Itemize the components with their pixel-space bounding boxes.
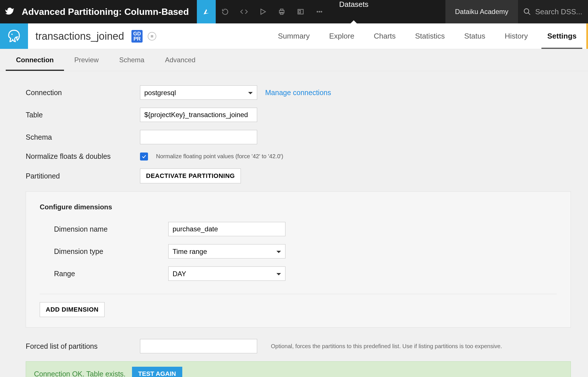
dataset-badges: GD PR bbox=[124, 23, 156, 49]
label-normalize: Normalize floats & doubles bbox=[26, 152, 140, 161]
settings-subtabs: Connection Preview Schema Advanced bbox=[0, 49, 588, 71]
label-schema: Schema bbox=[26, 133, 140, 141]
svg-point-5 bbox=[317, 11, 318, 12]
connection-form: Connection postgresql Manage connections… bbox=[0, 71, 588, 377]
flow-icon[interactable] bbox=[197, 0, 216, 23]
label-forced-list: Forced list of partitions bbox=[26, 342, 140, 350]
svg-rect-2 bbox=[280, 12, 283, 14]
label-dim-type: Dimension type bbox=[54, 247, 168, 256]
forced-list-input[interactable] bbox=[140, 339, 257, 353]
tab-summary[interactable]: Summary bbox=[268, 23, 319, 49]
dataset-name[interactable]: transactions_joined bbox=[28, 23, 124, 49]
datasets-label: Datasets bbox=[329, 0, 379, 9]
tab-statistics[interactable]: Statistics bbox=[405, 23, 455, 49]
status-text: Connection OK. Table exists. bbox=[34, 370, 126, 377]
tab-explore[interactable]: Explore bbox=[319, 23, 364, 49]
subtab-connection[interactable]: Connection bbox=[6, 49, 64, 71]
deactivate-partitioning-button[interactable]: DEACTIVATE PARTITIONING bbox=[140, 169, 241, 183]
accent-bar bbox=[586, 23, 588, 49]
dashboard-icon[interactable] bbox=[291, 0, 310, 23]
play-icon[interactable] bbox=[253, 0, 272, 23]
test-again-button[interactable]: TEST AGAIN bbox=[132, 367, 182, 377]
print-icon[interactable] bbox=[272, 0, 291, 23]
svg-rect-4 bbox=[299, 10, 301, 13]
manage-connections-link[interactable]: Manage connections bbox=[265, 89, 331, 97]
forced-list-help: Optional, forces the partitions to this … bbox=[271, 343, 502, 350]
dimension-range-select[interactable]: DAY bbox=[168, 266, 285, 281]
label-dim-range: Range bbox=[54, 270, 168, 278]
gdpr-badge[interactable]: GD PR bbox=[131, 30, 143, 43]
datasets-nav[interactable]: Datasets bbox=[329, 0, 379, 23]
search-placeholder: Search DSS... bbox=[535, 7, 582, 16]
dataset-tabs: Summary Explore Charts Statistics Status… bbox=[268, 23, 586, 49]
postgres-icon bbox=[0, 23, 28, 49]
svg-point-10 bbox=[11, 33, 13, 35]
dimension-type-select[interactable]: Time range bbox=[168, 244, 285, 258]
connection-status: Connection OK. Table exists. TEST AGAIN bbox=[26, 361, 571, 377]
bird-icon bbox=[5, 7, 14, 17]
check-icon bbox=[141, 154, 147, 159]
toolbar-icons bbox=[197, 0, 329, 23]
dataset-bar: transactions_joined GD PR Summary Explor… bbox=[0, 23, 588, 49]
svg-point-8 bbox=[524, 9, 529, 13]
label-partitioned: Partitioned bbox=[26, 172, 140, 180]
dimensions-heading: Configure dimensions bbox=[40, 203, 557, 211]
connection-select[interactable]: postgresql bbox=[140, 85, 257, 100]
subtab-advanced[interactable]: Advanced bbox=[155, 49, 206, 71]
subtab-schema[interactable]: Schema bbox=[109, 49, 155, 71]
add-dimension-button[interactable]: ADD DIMENSION bbox=[40, 302, 105, 317]
more-icon[interactable] bbox=[310, 0, 329, 23]
academy-button[interactable]: Dataiku Academy bbox=[445, 0, 518, 23]
code-icon[interactable] bbox=[235, 0, 253, 23]
table-input[interactable] bbox=[140, 108, 257, 122]
tab-charts[interactable]: Charts bbox=[364, 23, 405, 49]
tab-history[interactable]: History bbox=[495, 23, 538, 49]
compass-icon[interactable] bbox=[148, 32, 156, 41]
svg-line-9 bbox=[528, 13, 530, 15]
label-dim-name: Dimension name bbox=[54, 225, 168, 233]
project-title[interactable]: Advanced Partitioning: Column-Based bbox=[19, 0, 197, 23]
tab-settings[interactable]: Settings bbox=[537, 23, 586, 49]
search-icon bbox=[523, 8, 531, 16]
subtab-preview[interactable]: Preview bbox=[64, 49, 109, 71]
schema-input[interactable] bbox=[140, 130, 257, 144]
normalize-checkbox[interactable] bbox=[140, 153, 148, 161]
svg-point-6 bbox=[319, 11, 320, 12]
label-table: Table bbox=[26, 111, 140, 119]
tab-status[interactable]: Status bbox=[455, 23, 495, 49]
svg-point-7 bbox=[321, 11, 322, 12]
app-logo[interactable] bbox=[0, 0, 19, 23]
refresh-icon[interactable] bbox=[216, 0, 235, 23]
top-bar: Advanced Partitioning: Column-Based Data… bbox=[0, 0, 588, 23]
global-search[interactable]: Search DSS... bbox=[518, 0, 588, 23]
dimensions-panel: Configure dimensions Dimension name Dime… bbox=[26, 191, 571, 328]
dimension-name-input[interactable] bbox=[168, 222, 285, 236]
label-connection: Connection bbox=[26, 89, 140, 97]
svg-rect-1 bbox=[280, 9, 283, 11]
normalize-help: Normalize floating point values (force '… bbox=[156, 153, 283, 160]
